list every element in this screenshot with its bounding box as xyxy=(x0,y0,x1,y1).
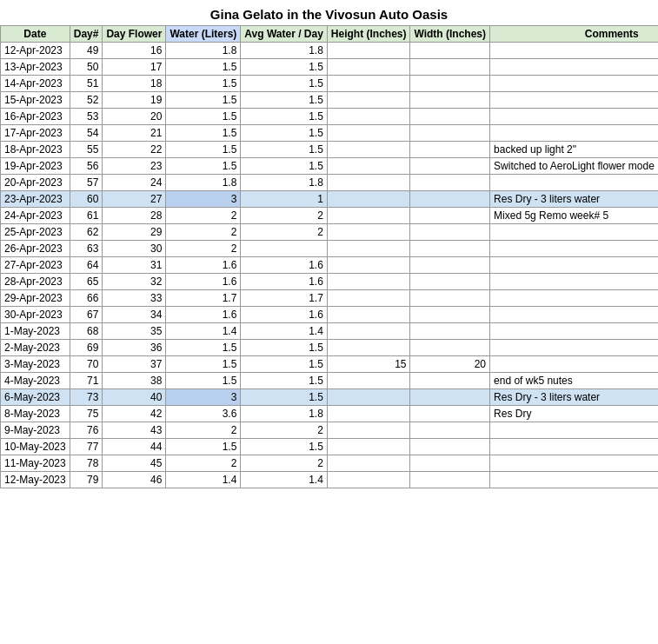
cell-avgwater: 1.5 xyxy=(241,125,327,142)
cell-width xyxy=(410,76,490,92)
cell-width xyxy=(410,422,490,439)
table-row: 3-May-202370371.51.51520 xyxy=(1,356,659,373)
cell-water: 3 xyxy=(166,389,241,406)
cell-day: 70 xyxy=(70,356,103,373)
table-row: 30-Apr-202367341.61.6 xyxy=(1,307,659,323)
table-row: 12-May-202379461.41.4 xyxy=(1,472,659,488)
cell-height xyxy=(327,439,410,455)
cell-flower: 22 xyxy=(103,142,166,158)
header-avgwater: Avg Water / Day xyxy=(241,26,327,43)
cell-width xyxy=(410,439,490,455)
cell-day: 49 xyxy=(70,43,103,59)
cell-comment xyxy=(490,224,658,241)
cell-day: 61 xyxy=(70,208,103,224)
cell-avgwater: 1.5 xyxy=(241,439,327,455)
cell-comment xyxy=(490,472,658,488)
cell-date: 24-Apr-2023 xyxy=(1,208,70,224)
cell-water: 1.5 xyxy=(166,439,241,455)
table-row: 10-May-202377441.51.5 xyxy=(1,439,659,455)
cell-width xyxy=(410,224,490,241)
cell-day: 51 xyxy=(70,76,103,92)
cell-water: 1.5 xyxy=(166,109,241,125)
cell-flower: 46 xyxy=(103,472,166,488)
table-row: 27-Apr-202364311.61.6 xyxy=(1,257,659,274)
cell-date: 17-Apr-2023 xyxy=(1,125,70,142)
cell-width xyxy=(410,241,490,257)
cell-comment: Res Dry - 3 liters water xyxy=(490,191,658,208)
cell-water: 1.6 xyxy=(166,257,241,274)
cell-water: 1.5 xyxy=(166,59,241,76)
cell-flower: 18 xyxy=(103,76,166,92)
cell-date: 14-Apr-2023 xyxy=(1,76,70,92)
cell-date: 12-May-2023 xyxy=(1,472,70,488)
cell-day: 69 xyxy=(70,340,103,356)
cell-width xyxy=(410,274,490,290)
cell-comment xyxy=(490,356,658,373)
cell-date: 25-Apr-2023 xyxy=(1,224,70,241)
cell-flower: 42 xyxy=(103,406,166,422)
cell-flower: 33 xyxy=(103,290,166,307)
cell-height xyxy=(327,109,410,125)
table-row: 28-Apr-202365321.61.6 xyxy=(1,274,659,290)
cell-comment: Res Dry - 3 liters water xyxy=(490,389,658,406)
cell-day: 65 xyxy=(70,274,103,290)
cell-day: 57 xyxy=(70,175,103,191)
cell-height xyxy=(327,257,410,274)
cell-avgwater: 2 xyxy=(241,208,327,224)
cell-height xyxy=(327,389,410,406)
table-row: 8-May-202375423.61.8Res Dry xyxy=(1,406,659,422)
cell-water: 1.5 xyxy=(166,356,241,373)
cell-flower: 38 xyxy=(103,373,166,389)
cell-water: 1.8 xyxy=(166,175,241,191)
cell-width xyxy=(410,406,490,422)
cell-comment xyxy=(490,439,658,455)
table-row: 12-Apr-202349161.81.8 xyxy=(1,43,659,59)
cell-water: 3.6 xyxy=(166,406,241,422)
cell-date: 18-Apr-2023 xyxy=(1,142,70,158)
cell-width xyxy=(410,208,490,224)
table-row: 4-May-202371381.51.5end of wk5 nutes xyxy=(1,373,659,389)
cell-avgwater: 1.5 xyxy=(241,373,327,389)
cell-width xyxy=(410,158,490,175)
cell-width: 20 xyxy=(410,356,490,373)
cell-avgwater: 1.5 xyxy=(241,76,327,92)
cell-date: 13-Apr-2023 xyxy=(1,59,70,76)
cell-width xyxy=(410,191,490,208)
cell-water: 1.5 xyxy=(166,158,241,175)
table-row: 1-May-202368351.41.4 xyxy=(1,323,659,340)
cell-avgwater: 1.4 xyxy=(241,323,327,340)
header-flower: Day Flower xyxy=(103,26,166,43)
cell-water: 1.6 xyxy=(166,274,241,290)
cell-date: 6-May-2023 xyxy=(1,389,70,406)
cell-date: 2-May-2023 xyxy=(1,340,70,356)
cell-comment xyxy=(490,43,658,59)
cell-water: 2 xyxy=(166,455,241,472)
cell-width xyxy=(410,125,490,142)
cell-water: 1.4 xyxy=(166,323,241,340)
cell-avgwater: 1.5 xyxy=(241,340,327,356)
table-row: 23-Apr-2023602731Res Dry - 3 liters wate… xyxy=(1,191,659,208)
cell-comment: end of wk5 nutes xyxy=(490,373,658,389)
cell-height xyxy=(327,224,410,241)
cell-comment xyxy=(490,274,658,290)
cell-comment: Mixed 5g Remo week# 5 xyxy=(490,208,658,224)
cell-width xyxy=(410,109,490,125)
cell-day: 52 xyxy=(70,92,103,109)
cell-flower: 24 xyxy=(103,175,166,191)
cell-water: 1.7 xyxy=(166,290,241,307)
cell-flower: 36 xyxy=(103,340,166,356)
cell-day: 75 xyxy=(70,406,103,422)
cell-comment xyxy=(490,340,658,356)
cell-flower: 31 xyxy=(103,257,166,274)
cell-date: 4-May-2023 xyxy=(1,373,70,389)
table-row: 25-Apr-2023622922 xyxy=(1,224,659,241)
cell-avgwater: 2 xyxy=(241,455,327,472)
cell-avgwater: 1 xyxy=(241,191,327,208)
cell-flower: 20 xyxy=(103,109,166,125)
cell-date: 15-Apr-2023 xyxy=(1,92,70,109)
cell-day: 78 xyxy=(70,455,103,472)
cell-avgwater: 1.5 xyxy=(241,109,327,125)
cell-avgwater: 2 xyxy=(241,224,327,241)
cell-day: 62 xyxy=(70,224,103,241)
table-row: 29-Apr-202366331.71.7 xyxy=(1,290,659,307)
